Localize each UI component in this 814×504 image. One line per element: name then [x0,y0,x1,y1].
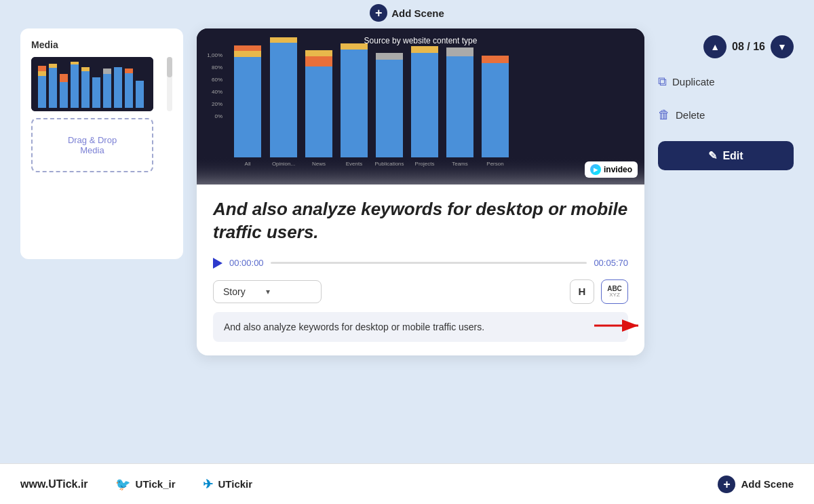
svg-rect-32 [305,66,332,157]
svg-rect-17 [125,69,133,73]
top-bar: + Add Scene [0,0,814,28]
story-dropdown-label: Story [223,286,246,297]
svg-rect-29 [234,45,261,51]
svg-rect-33 [305,56,332,66]
svg-rect-53 [197,157,644,185]
chart-mini [31,57,153,111]
abc-button[interactable]: ABC XYZ [601,279,628,304]
text-input-area[interactable]: And also analyze keywords for desktop or… [213,312,628,342]
website-label: www.UTick.ir [20,478,88,490]
top-add-scene-button[interactable]: + Add Scene [370,4,444,22]
telegram-label: UTickir [218,478,253,490]
svg-rect-13 [103,74,111,108]
progress-bar-container[interactable] [271,262,587,264]
invideo-logo: ▶ [590,164,601,175]
red-arrow-svg [594,312,644,339]
delete-button[interactable]: 🗑 Delete [658,105,794,125]
bottom-bar: www.UTick.ir 🐦 UTick_ir ✈ UTickir + Add … [0,463,814,504]
chevron-up-icon: ▲ [710,41,720,52]
svg-rect-38 [376,53,403,60]
svg-rect-34 [305,50,332,56]
abc-bottom: XYZ [609,292,620,298]
card-image: Source by website content type 1,00% 80%… [197,28,644,185]
text-input-wrapper: And also analyze keywords for desktop or… [213,312,628,342]
duplicate-icon: ⧉ [658,75,667,89]
time-current: 00:00:00 [229,258,264,268]
svg-rect-9 [71,62,79,64]
invideo-badge: ▶ invideo [585,161,638,178]
edit-button[interactable]: ✎ Edit [658,141,794,170]
duplicate-button[interactable]: ⧉ Duplicate [658,72,794,92]
svg-rect-18 [136,81,144,108]
invideo-label: invideo [604,165,632,174]
story-dropdown[interactable]: Story ▾ [213,280,322,303]
svg-rect-2 [38,71,46,76]
svg-rect-6 [60,81,68,108]
h-button[interactable]: H [570,279,594,304]
play-button[interactable] [213,258,222,269]
media-panel-title: Media [31,39,172,50]
svg-rect-7 [60,74,68,82]
svg-rect-31 [270,37,297,43]
twitter-label: UTick_ir [136,478,176,490]
edit-label: Edit [722,150,743,162]
nav-next-button[interactable]: ▼ [771,35,794,58]
delete-label: Delete [676,109,705,121]
svg-rect-5 [49,64,57,68]
telegram-social: ✈ UTickir [203,477,253,492]
svg-rect-27 [234,56,261,157]
card-body: And also analyze keywords for desktop or… [197,185,644,355]
svg-rect-30 [270,42,297,157]
drag-drop-area[interactable]: Drag & Drop Media [31,118,153,172]
nav-prev-button[interactable]: ▲ [703,35,726,58]
right-panel: ▲ 08 / 16 ▼ ⧉ Duplicate 🗑 Delete ✎ Edit [658,28,794,170]
bottom-add-scene-label: Add Scene [741,478,794,490]
page-indicator: 08 / 16 [732,41,765,53]
playback-bar: 00:00:00 00:05:70 [213,258,628,269]
svg-rect-39 [411,52,438,157]
svg-rect-35 [341,49,368,157]
svg-rect-11 [81,67,90,71]
media-scroll-area: Drag & Drop Media [31,57,161,172]
svg-text:20%: 20% [212,101,222,107]
svg-text:Source by website content type: Source by website content type [364,36,478,45]
svg-rect-8 [71,64,79,108]
svg-rect-44 [482,56,509,63]
svg-rect-41 [446,56,473,157]
svg-text:0%: 0% [214,113,222,119]
svg-rect-28 [234,50,261,57]
delete-icon: 🗑 [658,108,670,122]
chevron-down-icon: ▼ [777,41,787,52]
red-arrow-wrapper [594,312,644,342]
svg-rect-43 [482,62,509,157]
svg-rect-10 [81,71,90,108]
media-thumbnail[interactable] [31,57,153,111]
svg-rect-12 [92,77,100,108]
bottom-add-scene-button[interactable]: + Add Scene [718,476,794,493]
top-add-scene-label: Add Scene [391,7,444,19]
card-chart-svg: Source by website content type 1,00% 80%… [197,28,644,185]
svg-rect-37 [376,59,403,157]
media-panel: Media [20,28,183,259]
duplicate-label: Duplicate [672,76,715,88]
text-content: And also analyze keywords for desktop or… [224,322,484,332]
svg-text:40%: 40% [212,89,222,95]
svg-rect-42 [446,47,473,56]
svg-rect-16 [125,73,133,108]
svg-text:60%: 60% [212,77,222,83]
svg-rect-3 [38,66,46,71]
drag-drop-label: Drag & Drop Media [68,135,117,155]
svg-rect-15 [114,67,122,108]
svg-rect-4 [49,67,57,108]
media-scroll-wrapper: Drag & Drop Media [31,57,172,172]
svg-rect-36 [341,43,368,50]
scroll-bar[interactable] [167,57,172,111]
chart-mini-svg [31,57,153,111]
card-headline: And also analyze keywords for desktop or… [213,198,628,244]
scroll-thumb [167,57,172,77]
svg-rect-14 [103,69,111,74]
edit-icon: ✎ [708,149,717,162]
controls-row: Story ▾ H ABC XYZ [213,279,628,304]
svg-rect-40 [411,46,438,53]
nav-row: ▲ 08 / 16 ▼ [658,35,794,58]
